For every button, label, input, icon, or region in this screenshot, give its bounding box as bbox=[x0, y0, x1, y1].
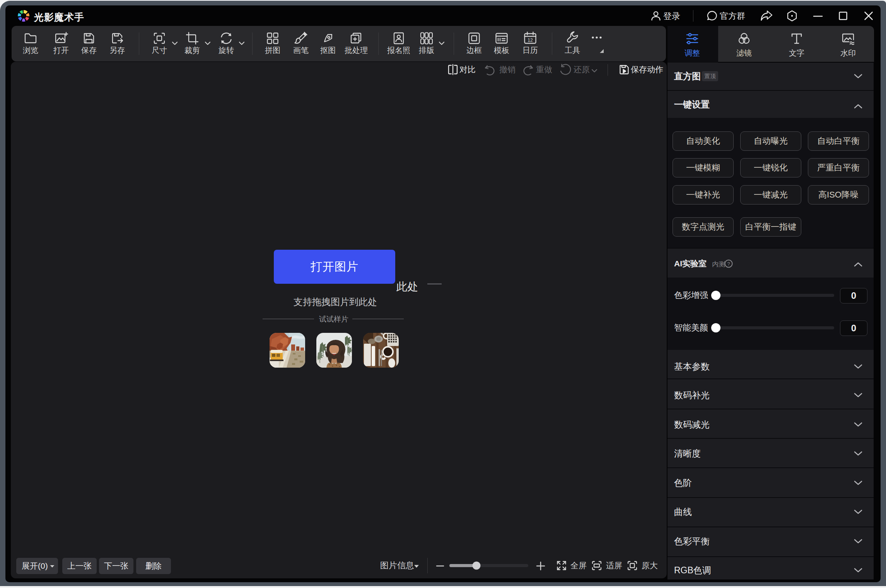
svg-text:12: 12 bbox=[528, 37, 533, 43]
svg-text:?: ? bbox=[727, 261, 730, 267]
